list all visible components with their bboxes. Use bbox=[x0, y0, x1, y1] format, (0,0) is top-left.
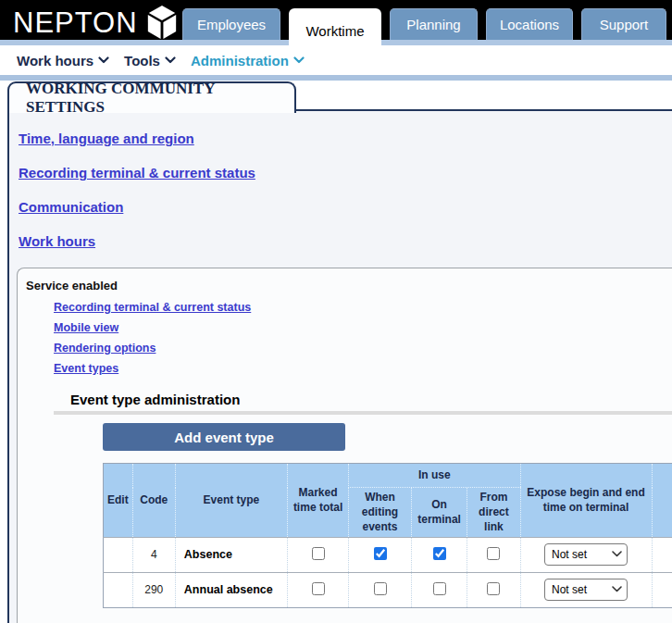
col-header-event-type: Event type bbox=[175, 464, 287, 538]
marked-time-checkbox[interactable] bbox=[312, 547, 325, 560]
on-terminal-checkbox[interactable] bbox=[433, 582, 446, 595]
direct-link-checkbox[interactable] bbox=[487, 582, 500, 595]
heading-rule bbox=[54, 411, 672, 415]
event-admin-heading: Event type administration bbox=[54, 392, 672, 407]
nav-item-label: Tools bbox=[124, 53, 160, 69]
service-enabled-box: Service enabled Recording terminal & cur… bbox=[17, 268, 672, 623]
col-header-marked-time-total: Marked time total bbox=[287, 464, 348, 538]
edit-cell bbox=[104, 537, 133, 572]
settings-panel-outer: WORKING COMMUNITY SETTINGS Time, languag… bbox=[7, 109, 672, 623]
nav-item-tools[interactable]: Tools bbox=[124, 53, 176, 69]
link-event-types[interactable]: Event types bbox=[54, 362, 118, 375]
chevron-down-icon bbox=[165, 56, 176, 64]
link-recording-terminal[interactable]: Recording terminal & current status bbox=[19, 165, 255, 181]
link-work-hours[interactable]: Work hours bbox=[19, 233, 95, 249]
expose-time-select[interactable]: Not set bbox=[544, 543, 628, 566]
chevron-down-icon bbox=[98, 56, 109, 64]
primary-tab-locations[interactable]: Locations bbox=[486, 8, 573, 40]
table-row: 290 Annual absence Not set bbox=[104, 572, 672, 607]
nav-item-label: Administration bbox=[191, 53, 289, 69]
col-header-in-use: In use bbox=[349, 464, 520, 488]
chevron-down-icon bbox=[293, 56, 305, 64]
panel-title: WORKING COMMUNITY SETTINGS bbox=[26, 80, 294, 117]
service-links: Recording terminal & current status Mobi… bbox=[18, 301, 672, 375]
marked-time-checkbox[interactable] bbox=[312, 582, 325, 595]
cutoff-cell bbox=[652, 537, 672, 572]
primary-tab-support[interactable]: Support bbox=[581, 8, 666, 40]
expose-time-select[interactable]: Not set bbox=[544, 579, 628, 601]
code-cell: 290 bbox=[132, 572, 175, 607]
settings-links: Time, language and region Recording term… bbox=[9, 111, 672, 249]
event-type-cell: Annual absence bbox=[175, 572, 287, 607]
table-row: 4 Absence Not set bbox=[104, 537, 672, 572]
cutoff-cell bbox=[652, 572, 672, 607]
link-rendering-options[interactable]: Rendering options bbox=[54, 342, 156, 355]
tab-working-community-settings[interactable]: WORKING COMMUNITY SETTINGS bbox=[7, 81, 296, 113]
nepton-cube-icon bbox=[145, 4, 179, 41]
when-editing-checkbox[interactable] bbox=[374, 547, 387, 560]
code-cell: 4 bbox=[132, 537, 175, 572]
nav-item-work-hours[interactable]: Work hours bbox=[17, 53, 109, 69]
top-bar: NEPTON Employees Worktime Planning Locat… bbox=[0, 0, 672, 40]
event-type-cell: Absence bbox=[175, 537, 287, 572]
col-header-on-terminal: On terminal bbox=[411, 488, 467, 538]
col-header-cutoff bbox=[652, 464, 672, 538]
edit-cell bbox=[104, 572, 133, 607]
link-mobile-view[interactable]: Mobile view bbox=[54, 321, 118, 334]
primary-tab-worktime[interactable]: Worktime bbox=[289, 8, 381, 53]
event-type-administration-section: Event type administration Add event type… bbox=[54, 392, 672, 608]
service-enabled-title: Service enabled bbox=[18, 279, 672, 293]
link-communication[interactable]: Communication bbox=[19, 199, 123, 215]
nav-item-administration[interactable]: Administration bbox=[191, 53, 305, 69]
col-header-direct-link: From direct link bbox=[467, 488, 520, 538]
nepton-logo[interactable]: NEPTON bbox=[13, 4, 179, 41]
settings-panel: WORKING COMMUNITY SETTINGS Time, languag… bbox=[7, 109, 672, 623]
event-type-table: Edit Code Event type Marked time total I… bbox=[103, 463, 672, 608]
col-header-edit: Edit bbox=[104, 464, 133, 538]
nav-item-label: Work hours bbox=[17, 53, 93, 69]
col-header-code: Code bbox=[132, 464, 175, 538]
primary-tabs: Employees Worktime Planning Locations Su… bbox=[182, 8, 666, 53]
col-header-expose: Expose begin and end time on terminal bbox=[520, 464, 652, 538]
link-service-recording-terminal[interactable]: Recording terminal & current status bbox=[54, 301, 251, 314]
add-event-type-button[interactable]: Add event type bbox=[103, 423, 345, 451]
col-header-when-editing: When editing events bbox=[349, 488, 412, 538]
on-terminal-checkbox[interactable] bbox=[433, 547, 446, 560]
brand-name: NEPTON bbox=[13, 8, 138, 37]
primary-tab-planning[interactable]: Planning bbox=[390, 8, 478, 40]
when-editing-checkbox[interactable] bbox=[374, 582, 387, 595]
direct-link-checkbox[interactable] bbox=[487, 547, 500, 560]
primary-tab-employees[interactable]: Employees bbox=[182, 8, 280, 40]
link-time-language-region[interactable]: Time, language and region bbox=[19, 131, 194, 146]
